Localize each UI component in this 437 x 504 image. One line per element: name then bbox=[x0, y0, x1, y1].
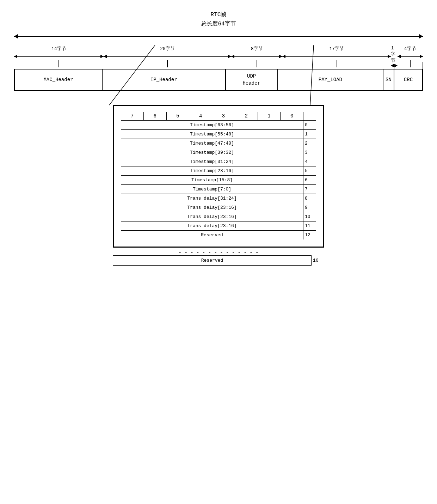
seg-arrow-right-4 bbox=[394, 64, 398, 67]
detail-cell-content-1: Timestamp[55:48] bbox=[121, 130, 303, 139]
detail-box: 76543210 Timestamp[63:56]0Timestamp[55:4… bbox=[113, 105, 324, 248]
rtc-total-arrow bbox=[14, 32, 423, 41]
last-row-container: Reserved 16 bbox=[113, 255, 324, 266]
bit-num-0: 0 bbox=[281, 112, 303, 120]
seg-arrow-left-2 bbox=[231, 55, 234, 58]
header-cell-1: IP_Header bbox=[103, 69, 226, 90]
segment-0: 14字节 bbox=[14, 44, 104, 69]
seg-tick-3 bbox=[337, 60, 337, 67]
last-tick bbox=[423, 62, 423, 69]
seg-tick-5 bbox=[410, 60, 411, 67]
detail-cell-content-4: Timestamp[31:24] bbox=[121, 157, 303, 166]
seg-arrow-left-0 bbox=[14, 55, 17, 58]
segment-label-4: 1字节 bbox=[391, 45, 397, 63]
detail-cell-content-10: Trans delay[23:16] bbox=[121, 212, 303, 221]
detail-row-index-3: 3 bbox=[303, 148, 316, 157]
seg-arrow-right-3 bbox=[388, 55, 391, 58]
detail-cell-content-11: Trans delay[23:16] bbox=[121, 221, 303, 230]
segments-container: 14字节20字节8字节17字节1字节4字节 bbox=[14, 44, 423, 69]
detail-row-index-0: 0 bbox=[303, 121, 316, 129]
bit-numbers: 76543210 bbox=[121, 112, 303, 120]
segment-1: 20字节 bbox=[104, 44, 232, 69]
bit-header-row: 76543210 bbox=[121, 112, 316, 121]
detail-cell-content-12: Reserved bbox=[121, 231, 303, 239]
segment-label-0: 14字节 bbox=[51, 45, 66, 52]
detail-cell-content-7: Timestamp[7:0] bbox=[121, 185, 303, 194]
last-row-cell: Reserved bbox=[113, 255, 312, 266]
detail-row-1: Timestamp[55:48]1 bbox=[121, 130, 316, 139]
bit-num-2: 2 bbox=[235, 112, 258, 120]
detail-cell-content-9: Trans delay[23:16] bbox=[121, 203, 303, 212]
detail-row-index-5: 5 bbox=[303, 166, 316, 175]
seg-arrow-left-5 bbox=[398, 55, 401, 58]
detail-row-index-8: 8 bbox=[303, 194, 316, 203]
detail-cell-content-6: Timestamp[15:8] bbox=[121, 176, 303, 184]
header-table: MAC_HeaderIP_HeaderUDP HeaderPAY_LOADSNC… bbox=[14, 69, 423, 91]
header-cell-3: PAY_LOAD bbox=[278, 69, 383, 90]
bit-num-6: 6 bbox=[144, 112, 167, 120]
detail-cell-content-0: Timestamp[63:56] bbox=[121, 121, 303, 129]
detail-row-0: Timestamp[63:56]0 bbox=[121, 121, 316, 130]
seg-line-5 bbox=[398, 56, 423, 57]
bit-num-3: 3 bbox=[212, 112, 235, 120]
seg-arrow-right-5 bbox=[420, 55, 423, 58]
seg-tick-2 bbox=[257, 60, 257, 67]
segment-arrow-1 bbox=[104, 53, 232, 60]
segment-label-5: 4字节 bbox=[404, 45, 416, 52]
seg-tick-0 bbox=[59, 60, 59, 67]
detail-wrapper: 76543210 Timestamp[63:56]0Timestamp[55:4… bbox=[14, 105, 423, 266]
detail-row-index-12: 12 bbox=[303, 231, 316, 239]
segment-label-1: 20字节 bbox=[160, 45, 175, 52]
detail-cell-content-3: Timestamp[39:32] bbox=[121, 148, 303, 157]
detail-row-index-2: 2 bbox=[303, 139, 316, 148]
seg-line-2 bbox=[231, 56, 282, 57]
seg-arrow-right-0 bbox=[100, 55, 104, 58]
segment-2: 8字节 bbox=[231, 44, 282, 69]
header-cell-5: CRC bbox=[394, 69, 423, 90]
detail-row-6: Timestamp[15:8]6 bbox=[121, 176, 316, 185]
arrow-line bbox=[14, 36, 423, 37]
seg-line-1 bbox=[104, 56, 232, 57]
detail-row-index-7: 7 bbox=[303, 185, 316, 194]
rtc-section: RTC帧 总长度64字节 bbox=[14, 11, 423, 41]
detail-row-10: Trans delay[23:16]10 bbox=[121, 212, 316, 221]
last-row-index: 16 bbox=[312, 258, 324, 263]
detail-row-8: Trans delay[31:24]8 bbox=[121, 194, 316, 203]
detail-row-index-1: 1 bbox=[303, 130, 316, 139]
detail-row-5: Timestamp[23:16]5 bbox=[121, 166, 316, 176]
bit-num-5: 5 bbox=[167, 112, 190, 120]
seg-tick-1 bbox=[167, 60, 168, 67]
detail-row-2: Timestamp[47:40]2 bbox=[121, 139, 316, 148]
bit-num-7: 7 bbox=[121, 112, 144, 120]
detail-row-7: Timestamp[7:0]7 bbox=[121, 185, 316, 194]
detail-cell-content-2: Timestamp[47:40] bbox=[121, 139, 303, 148]
rtc-title: RTC帧 总长度64字节 bbox=[14, 11, 423, 29]
detail-row-4: Timestamp[31:24]4 bbox=[121, 157, 316, 166]
detail-rows-container: Timestamp[63:56]0Timestamp[55:48]1Timest… bbox=[121, 121, 316, 239]
seg-line-3 bbox=[282, 56, 391, 57]
detail-cell-content-8: Trans delay[31:24] bbox=[121, 194, 303, 203]
detail-row-index-11: 11 bbox=[303, 221, 316, 230]
seg-arrow-right-1 bbox=[228, 55, 231, 58]
detail-row-index-9: 9 bbox=[303, 203, 316, 212]
header-cell-4: SN bbox=[383, 69, 394, 90]
segment-arrow-2 bbox=[231, 53, 282, 60]
segment-arrow-4 bbox=[391, 64, 397, 67]
segment-label-2: 8字节 bbox=[251, 45, 263, 52]
segment-5: 4字节 bbox=[398, 44, 423, 69]
detail-row-9: Trans delay[23:16]9 bbox=[121, 203, 316, 212]
seg-arrow-left-3 bbox=[282, 55, 285, 58]
segment-4: 1字节 bbox=[391, 44, 397, 69]
detail-row-3: Timestamp[39:32]3 bbox=[121, 148, 316, 157]
arrow-left-head bbox=[14, 34, 18, 39]
detail-cell-content-5: Timestamp[23:16] bbox=[121, 166, 303, 175]
header-cell-0: MAC_Header bbox=[15, 69, 103, 90]
arrow-right-head bbox=[419, 34, 423, 39]
segment-3: 17字节 bbox=[282, 44, 391, 69]
segment-label-3: 17字节 bbox=[330, 45, 344, 52]
bit-num-4: 4 bbox=[189, 112, 212, 120]
row-index-header bbox=[303, 112, 316, 120]
seg-arrow-right-2 bbox=[279, 55, 282, 58]
segment-arrow-0 bbox=[14, 53, 104, 60]
segment-arrow-3 bbox=[282, 53, 391, 60]
